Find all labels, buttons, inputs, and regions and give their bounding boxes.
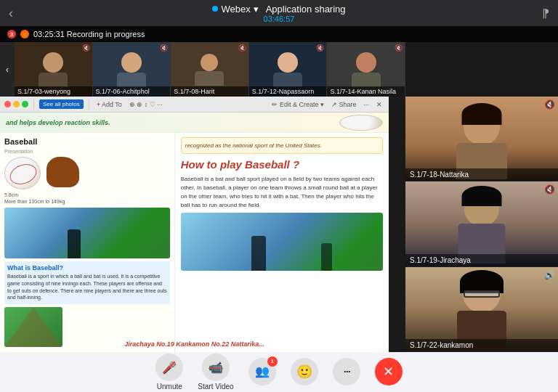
how-to-text: Baseball is a bat and ball sport played … [181,175,383,210]
recording-bar: 3 ○ 03:25:31 Recording in progress [0,26,558,42]
thumb-mute-wenyong: 🔇 [82,44,90,52]
window-controls[interactable] [4,101,28,107]
participant-unmute-kankamon: 🔊 [544,270,555,280]
top-bar-right: ⁋ [542,7,549,20]
pres-what-title: What is Baseball? [7,264,167,271]
participant-mute-nattarika: 🔇 [544,99,555,110]
mute-icon-circle: 🎤 [155,354,183,381]
thumb-label-harit: S.1/7-08-Harit [171,86,248,97]
more-icon-circle: ··· [333,358,360,385]
thumb-label-wenyong: S.1/7-03-wenyong [15,86,92,97]
end-call-icon-circle: ✕ [375,358,403,385]
top-bar-left: ‹ [9,6,13,21]
how-to-play-photo [181,213,383,271]
thumb-mute-napassaorn: 🔇 [316,44,324,52]
pres-bottom-text: Jirachaya No.19 Kankamon No.22 Nattarika… [0,340,389,348]
participants-icon-circle: 👥 1 [248,358,276,385]
end-call-button[interactable]: ✕ [375,358,403,387]
pres-right-top-box: recognized as the national sport of the … [181,137,383,154]
thumbnail-harit[interactable]: S.1/7-08-Harit 🔇 [171,42,249,97]
react-icon-circle: 🙂 [291,358,318,385]
video-label: Start Video [198,383,233,391]
pres-top-text: and helps develop reaction skills. [6,119,110,126]
mic-icon: 🎤 [162,361,177,375]
thumbnails-row: ‹ S.1/7-03-wenyong 🔇 S.1/7-06-Achitphol … [0,42,405,97]
react-button[interactable]: 🙂 [291,358,318,387]
thumbnail-achitphol[interactable]: S.1/7-06-Achitphol 🔇 [93,42,171,97]
toolbar-divider-1 [33,99,34,110]
video-icon-circle: 📹 [202,354,230,381]
participant-jirachaya[interactable]: S.1/7-19-Jirachaya 🔇 [405,181,558,266]
pres-top-strip: and helps develop reaction skills. [0,113,389,133]
thumbnail-wenyong[interactable]: S.1/7-03-wenyong 🔇 [15,42,93,97]
end-call-icon: ✕ [383,364,394,380]
top-bar: ‹ Webex ▾ Application sharing 03:46:57 ⁋ [0,0,558,26]
toolbar-close-button[interactable]: ✕ [374,100,384,109]
rec-dot-orange: ○ [20,30,29,38]
participant-label-jirachaya: S.1/7-19-Jirachaya [405,254,558,266]
how-to-title: How to play Baseball ? [181,158,383,171]
thumb-label-napassaorn: S.1/7-12-Napassaorn [249,86,327,97]
thumb-mute-kanan-nasila: 🔇 [395,44,403,52]
participants-button[interactable]: 👥 1 [248,358,276,387]
window-maximize[interactable] [22,101,28,107]
pres-body: Baseball Presentation 5.8cm More than 13… [0,133,389,352]
window-close[interactable] [4,101,11,107]
webex-label: Webex [221,4,250,15]
participant-label-kankamon: S.1/7-22-kankamon [405,339,558,351]
presentation: and helps develop reaction skills. Baseb… [0,113,389,352]
pres-baseball-title: Baseball [4,137,170,146]
screen-toolbar: See all photos + Add To ⊕ ⊗ ↕ ♡ ··· ✏ Ed… [0,97,389,113]
toolbar-divider-2 [89,99,89,110]
edit-create-button[interactable]: ✏ Edit & Create ▾ [270,100,326,109]
see-all-photos-button[interactable]: See all photos [39,99,84,109]
zoom-tools[interactable]: ⊕ ⊗ ↕ ♡ ··· [127,100,165,109]
glove-image [46,157,79,187]
thumb-mute-harit: 🔇 [238,44,246,52]
webex-logo: Webex ▾ Application sharing [212,4,345,15]
thumbnails-prev-button[interactable]: ‹ [0,42,15,97]
video-icon: 📹 [209,361,223,375]
mute-label: Unmute [157,383,182,391]
app-timer: 03:46:57 [264,15,295,23]
video-button[interactable]: 📹 Start Video [198,354,233,391]
right-panel: S.1/7-18-Nattarika 🔇 S.1/7-19-Jirachaya … [405,97,558,352]
thumb-mute-achitphol: 🔇 [160,44,168,52]
webex-dot [212,6,218,12]
dimensions-text-2: More than 130cm to 149kg [4,199,170,204]
pres-what-text: Baseball is a sport in which a ball and … [7,273,167,301]
webex-dropdown-icon[interactable]: ▾ [254,4,259,15]
participant-kankamon[interactable]: S.1/7-22-kankamon 🔊 [405,267,558,352]
dimensions-text-1: 5.8cm [4,192,170,197]
top-bar-center: Webex ▾ Application sharing 03:46:57 [212,4,345,23]
mute-button[interactable]: 🎤 Unmute [155,354,183,391]
share-button[interactable]: ↗ Share [329,100,359,109]
pres-image-row [4,157,170,189]
pres-left-panel: Baseball Presentation 5.8cm More than 13… [0,133,175,352]
baseball-image [4,157,41,189]
participant-nattarika[interactable]: S.1/7-18-Nattarika 🔇 [405,97,558,181]
participants-badge: 1 [267,356,278,367]
thumbnail-napassaorn[interactable]: S.1/7-12-Napassaorn 🔇 [249,42,328,97]
pres-right-panel: recognized as the national sport of the … [175,133,389,352]
participant-label-nattarika: S.1/7-18-Nattarika [405,168,558,181]
thumbnail-kanan-nasila[interactable]: S.1/7-14-Kanan Nasila 🔇 [327,42,405,97]
participants-icon: 👥 [255,364,270,378]
baseball-action-photo [4,208,170,258]
add-to-button[interactable]: + Add To [94,100,124,109]
back-button[interactable]: ‹ [9,6,13,21]
screen-content: and helps develop reaction skills. Baseb… [0,113,389,352]
pres-what-section: What is Baseball? Baseball is a sport in… [4,261,170,304]
participant-mute-jirachaya: 🔇 [544,184,555,195]
more-options-button[interactable]: ··· [361,100,371,109]
shared-screen: See all photos + Add To ⊕ ⊗ ↕ ♡ ··· ✏ Ed… [0,97,389,352]
bottom-toolbar: 🎤 Unmute 📹 Start Video 👥 1 🙂 ··· ✕ [0,352,558,392]
rec-number: 3 [7,30,16,38]
window-minimize[interactable] [13,101,20,107]
app-title: Application sharing [266,4,346,15]
more-button[interactable]: ··· [333,358,360,387]
thumb-label-achitphol: S.1/7-06-Achitphol [93,86,171,97]
thumb-label-kanan-nasila: S.1/7-14-Kanan Nasila [327,86,405,97]
more-icon: ··· [343,364,349,379]
recording-text: 03:25:31 Recording in progress [33,30,145,38]
